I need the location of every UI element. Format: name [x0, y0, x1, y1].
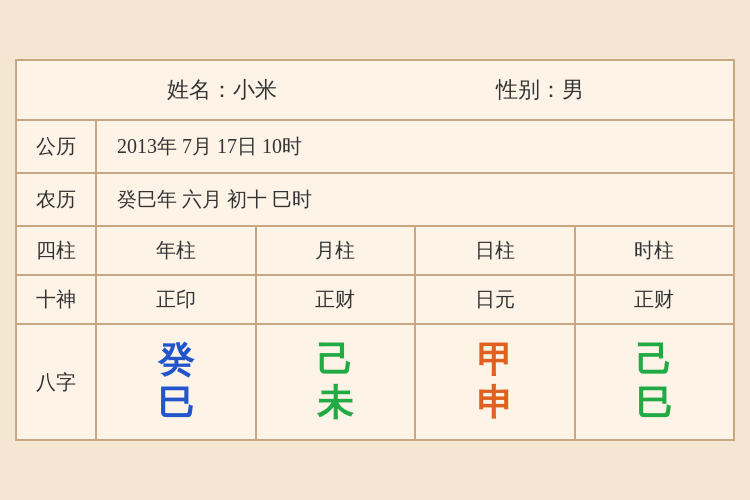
solar-label: 公历	[17, 121, 97, 172]
shishen-col-3: 正财	[576, 276, 734, 323]
shishen-col-0: 正印	[97, 276, 257, 323]
bazhi-col-3: 己 巳	[576, 325, 734, 439]
shishen-label: 十神	[17, 276, 97, 323]
solar-value: 2013年 7月 17日 10时	[97, 121, 733, 172]
sizhu-col-3: 时柱	[576, 227, 734, 274]
sizhu-row: 四柱 年柱 月柱 日柱 时柱	[17, 227, 733, 276]
shishen-col-2: 日元	[416, 276, 576, 323]
bazhi-col-1-bottom: 未	[317, 382, 353, 425]
bazhi-col-1: 己 未	[257, 325, 417, 439]
shishen-row: 十神 正印 正财 日元 正财	[17, 276, 733, 325]
bazhi-col-3-bottom: 巳	[636, 382, 672, 425]
sizhu-label: 四柱	[17, 227, 97, 274]
bazhi-row: 八字 癸 巳 己 未 甲 申 己 巳	[17, 325, 733, 439]
bazhi-col-0: 癸 巳	[97, 325, 257, 439]
bazhi-col-0-bottom: 巳	[158, 382, 194, 425]
bazhi-col-2: 甲 申	[416, 325, 576, 439]
name-label: 姓名：小米	[167, 75, 277, 105]
bazhi-col-0-top: 癸	[158, 339, 194, 382]
sizhu-col-0: 年柱	[97, 227, 257, 274]
bazhi-col-2-top: 甲	[477, 339, 513, 382]
lunar-label: 农历	[17, 174, 97, 225]
bazhi-col-3-top: 己	[636, 339, 672, 382]
shishen-col-1: 正财	[257, 276, 417, 323]
main-container: 姓名：小米 性别：男 公历 2013年 7月 17日 10时 农历 癸巳年 六月…	[15, 59, 735, 441]
bazhi-label: 八字	[17, 325, 97, 439]
solar-row: 公历 2013年 7月 17日 10时	[17, 121, 733, 174]
lunar-row: 农历 癸巳年 六月 初十 巳时	[17, 174, 733, 227]
lunar-value: 癸巳年 六月 初十 巳时	[97, 174, 733, 225]
bazhi-col-2-bottom: 申	[477, 382, 513, 425]
bazhi-col-1-top: 己	[317, 339, 353, 382]
sizhu-col-2: 日柱	[416, 227, 576, 274]
gender-label: 性别：男	[496, 75, 584, 105]
header-row: 姓名：小米 性别：男	[17, 61, 733, 121]
sizhu-col-1: 月柱	[257, 227, 417, 274]
